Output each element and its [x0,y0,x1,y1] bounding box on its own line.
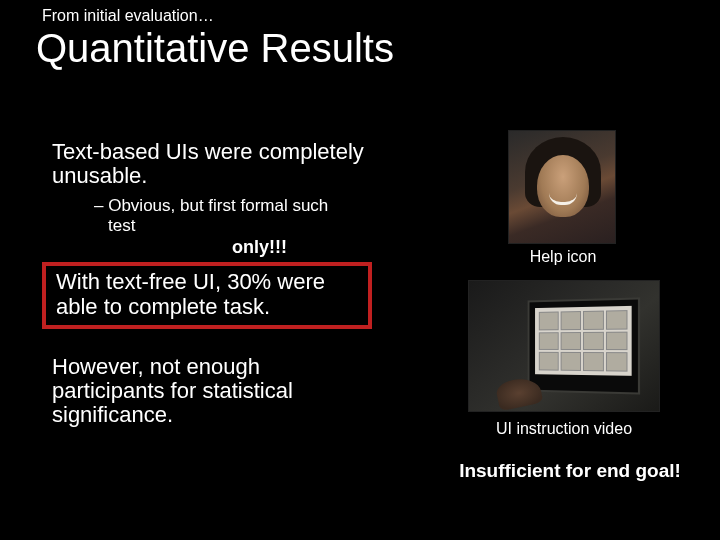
emphasis-only: only!!! [232,237,392,258]
left-column: Text-based UIs were completely unusable.… [52,140,392,427]
slide-title: Quantitative Results [36,26,394,71]
bullet-text-based-unusable: Text-based UIs were completely unusable. [52,140,392,188]
eyebrow-text: From initial evaluation… [42,7,214,25]
instruction-video-image [468,280,660,412]
help-icon-caption: Help icon [498,248,628,266]
instruction-video-caption: UI instruction video [468,420,660,438]
sub-bullet-first-formal: Obvious, but first formal such test [94,196,334,235]
help-icon-image [508,130,616,244]
highlighted-callout: With text-free UI, 30% were able to comp… [42,262,372,328]
bullet-not-significant: However, not enough participants for sta… [52,355,342,428]
footer-conclusion: Insufficient for end goal! [440,460,700,482]
callout-text: With text-free UI, 30% were able to comp… [56,270,358,318]
